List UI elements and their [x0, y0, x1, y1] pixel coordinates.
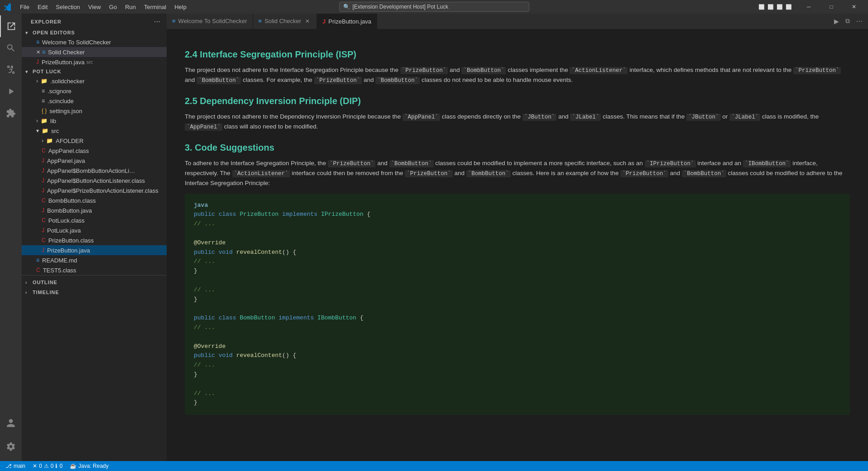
- code-line-7: }: [194, 266, 841, 276]
- tab-welcome[interactable]: ≡ Welcome To SolidChecker: [167, 14, 253, 29]
- status-java-ready[interactable]: ☕ Java: Ready: [68, 461, 110, 471]
- layout-icon-4[interactable]: ⬜: [786, 4, 792, 10]
- tree-item-prizebutton-java[interactable]: J PrizeButton.java: [22, 245, 167, 255]
- tree-item-src[interactable]: ▾ 📁 src: [22, 126, 167, 136]
- close-button[interactable]: ✕: [844, 0, 864, 14]
- timeline-section-header[interactable]: › TIMELINE: [22, 287, 167, 297]
- new-file-icon[interactable]: ⋯: [153, 17, 161, 26]
- tree-item-bombbutton-class[interactable]: C BombButton.class: [22, 195, 167, 205]
- code-line-14: [194, 333, 841, 342]
- tab-prizebutton-icon: J: [322, 18, 326, 25]
- chevron-right-icon: ›: [36, 78, 38, 84]
- code-line-13: // ...: [194, 323, 841, 333]
- tree-item-bombbutton-class-name: BombButton.class: [48, 197, 96, 204]
- split-editor-icon[interactable]: ⧉: [844, 16, 852, 26]
- sidebar-title: EXPLORER: [31, 19, 62, 24]
- status-branch[interactable]: ⎇ main: [4, 461, 27, 471]
- tab-solidchecker[interactable]: ≡ Solid Checker ✕: [253, 14, 317, 29]
- outline-label: OUTLINE: [33, 280, 57, 285]
- layout-icon-3[interactable]: ⬜: [777, 4, 783, 10]
- activity-settings[interactable]: [0, 436, 22, 457]
- title-search-bar[interactable]: 🔍 [Extension Development Host] Pot Luck: [339, 2, 529, 12]
- section-isp-heading: 2.4 Interface Segregation Principle (ISP…: [185, 49, 850, 60]
- pot-luck-section-header[interactable]: ▾ POT LUCK: [22, 67, 167, 76]
- maximize-button[interactable]: □: [821, 0, 842, 14]
- tree-item-apppanel-class[interactable]: C AppPanel.class: [22, 146, 167, 156]
- menu-selection[interactable]: Selection: [52, 2, 83, 12]
- tree-item-tests-class[interactable]: C TEST5.class: [22, 265, 167, 275]
- java-icon-3: J: [42, 167, 44, 174]
- java-ready-icon: ☕: [70, 463, 77, 469]
- java-icon-2: J: [42, 157, 44, 164]
- outline-section-header[interactable]: › OUTLINE: [22, 277, 167, 287]
- java-class-icon-3: C: [42, 217, 46, 224]
- tree-item-apppanel-java-name: AppPanel.java: [47, 157, 85, 164]
- tree-item-settings-json[interactable]: { } settings.json: [22, 106, 167, 116]
- tree-item-appPanel-button[interactable]: J AppPanel$ButtonActionListener.class: [22, 176, 167, 186]
- status-errors[interactable]: ✕ 0 ⚠ 0 ℹ 0: [31, 461, 64, 471]
- code-line-15: @Override: [194, 342, 841, 352]
- activity-source-control[interactable]: [0, 59, 22, 81]
- tree-item-scignore-name: .scignore: [48, 88, 72, 95]
- tree-item-scignore[interactable]: ≡ .scignore: [22, 86, 167, 96]
- tree-item-potluck-java[interactable]: J PotLuck.java: [22, 225, 167, 235]
- menu-help[interactable]: Help: [171, 2, 190, 12]
- tree-item-apppanel-java[interactable]: J AppPanel.java: [22, 156, 167, 166]
- tree-item-apppanel-class-name: AppPanel.class: [48, 147, 89, 154]
- java-class-icon-1: C: [42, 147, 46, 154]
- menu-file[interactable]: File: [16, 2, 33, 12]
- tree-item-scinclude[interactable]: ≡ .scinclude: [22, 96, 167, 106]
- tab-welcome-icon: ≡: [172, 18, 176, 24]
- menu-view[interactable]: View: [85, 2, 105, 12]
- minimize-button[interactable]: ─: [798, 0, 819, 14]
- menu-go[interactable]: Go: [106, 2, 120, 12]
- run-icon[interactable]: ▶: [832, 17, 841, 26]
- sidebar-bottom: › OUTLINE › TIMELINE: [22, 275, 167, 299]
- tree-item-tests-class-name: TEST5.class: [43, 267, 77, 274]
- more-tabs-icon[interactable]: ⋯: [854, 17, 864, 26]
- activity-explorer[interactable]: [0, 15, 22, 37]
- code-line-3: [194, 229, 841, 238]
- tree-item-prizebutton-java-name: PrizeButton.java: [47, 247, 90, 254]
- tree-item-bombbutton-java[interactable]: J BombButton.java: [22, 205, 167, 215]
- editor-content[interactable]: 2.4 Interface Segregation Principle (ISP…: [167, 29, 868, 461]
- tree-item-appPanel-prize[interactable]: J AppPanel$PrizeButtonActionListener.cla…: [22, 186, 167, 195]
- tree-item-potluck-class[interactable]: C PotLuck.class: [22, 215, 167, 225]
- tab-solidchecker-close[interactable]: ✕: [304, 18, 311, 25]
- open-editor-prizebutton[interactable]: J PrizeButton.java src: [22, 57, 167, 67]
- activity-search[interactable]: [0, 37, 22, 59]
- open-editor-solidchecker[interactable]: ✕ ≡ Solid Checker: [22, 47, 167, 57]
- chevron-down-icon: ▾: [25, 30, 31, 35]
- activity-extensions[interactable]: [0, 102, 22, 124]
- layout-icon-1[interactable]: ⬜: [758, 4, 765, 10]
- close-icon[interactable]: ✕: [36, 49, 40, 55]
- tab-solidchecker-label: Solid Checker: [264, 18, 301, 24]
- tab-prizebutton[interactable]: J PrizeButton.java: [317, 14, 377, 29]
- tree-item-bombbutton-java-name: BombButton.java: [47, 207, 92, 214]
- tree-item-prizebutton-class[interactable]: C PrizeButton.class: [22, 235, 167, 245]
- section-dip-paragraph: The project does not adhere to the Depen…: [185, 112, 850, 132]
- tree-item-solidchecker-folder[interactable]: › 📁 .solidchecker: [22, 76, 167, 86]
- tree-item-appPanel-bomb[interactable]: J AppPanel$BombButtonActionListener.cl..…: [22, 166, 167, 176]
- tree-item-afolder[interactable]: › 📁 AFOLDER: [22, 136, 167, 146]
- activity-run-debug[interactable]: [0, 81, 22, 102]
- menu-edit[interactable]: Edit: [34, 2, 51, 12]
- layout-icon-2[interactable]: ⬜: [767, 4, 774, 10]
- tab-welcome-label: Welcome To SolidChecker: [178, 18, 247, 24]
- chevron-right-icon-outline: ›: [25, 280, 31, 285]
- sidebar-header: EXPLORER ⋯: [22, 14, 167, 28]
- tree-item-lib[interactable]: › 📁 lib: [22, 116, 167, 126]
- folder-icon: 📁: [41, 78, 48, 84]
- tab-bar: ≡ Welcome To SolidChecker ≡ Solid Checke…: [167, 14, 868, 29]
- menu-terminal[interactable]: Terminal: [140, 2, 170, 12]
- tree-item-appPanel-bomb-name: AppPanel$BombButtonActionListener.cl...: [47, 167, 138, 174]
- sidebar-content[interactable]: ▾ OPEN EDITORS ≡ Welcome To SolidChecker…: [22, 28, 167, 461]
- activity-account[interactable]: [0, 412, 22, 434]
- chevron-right-icon-2: ›: [36, 118, 38, 124]
- open-editor-welcome[interactable]: ≡ Welcome To SolidChecker: [22, 37, 167, 47]
- menu-run[interactable]: Run: [121, 2, 139, 12]
- java-icon-6: J: [42, 207, 44, 214]
- tree-item-readme[interactable]: ≡ README.md: [22, 255, 167, 265]
- code-line-4: @Override: [194, 238, 841, 248]
- open-editors-section-header[interactable]: ▾ OPEN EDITORS: [22, 28, 167, 37]
